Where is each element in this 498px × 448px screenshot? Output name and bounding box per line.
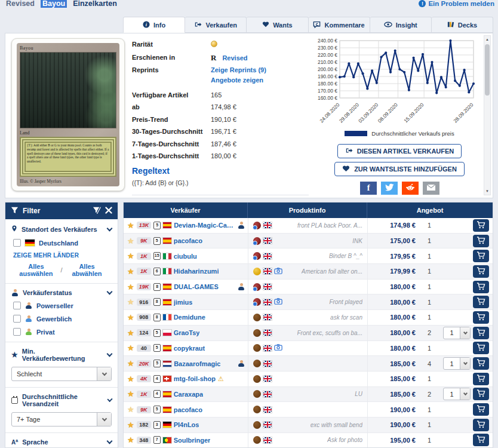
add-to-cart-button[interactable] bbox=[473, 219, 489, 232]
seller-name-link[interactable]: copykraut bbox=[174, 345, 205, 352]
tab-info[interactable]: iInfo bbox=[123, 17, 185, 33]
seller-name-link[interactable]: GraoTsy bbox=[174, 329, 200, 336]
seller-name-link[interactable]: jimius bbox=[174, 299, 193, 306]
set-link[interactable]: Revised bbox=[222, 54, 247, 62]
card-info-panel: Bayou Land {T}: Add either B or G to you… bbox=[5, 33, 493, 198]
status-privat-checkbox[interactable] bbox=[13, 328, 21, 336]
quantity-select[interactable]: 1 bbox=[443, 357, 471, 370]
photo-icon[interactable] bbox=[274, 268, 282, 275]
seller-name-link[interactable]: Demidune bbox=[174, 314, 205, 321]
seller-name-link[interactable]: Bazaarofmagic bbox=[174, 360, 220, 367]
breadcrumb-singles[interactable]: Einzelkarten bbox=[73, 0, 117, 8]
add-to-cart-button[interactable] bbox=[473, 235, 489, 247]
reprints-link-0[interactable]: Zeige Reprints (9) bbox=[211, 66, 266, 73]
product-language-flag-icon bbox=[263, 314, 272, 320]
heart-icon bbox=[262, 21, 269, 29]
country-deutschland-checkbox[interactable] bbox=[13, 239, 21, 247]
status-powerseller-checkbox[interactable] bbox=[13, 302, 21, 309]
add-to-cart-button[interactable] bbox=[473, 281, 489, 293]
panel-scrollbar[interactable]: ▲ ▼ bbox=[484, 35, 491, 195]
sell-icon bbox=[345, 147, 353, 155]
svg-text:200.00 €: 200.00 € bbox=[318, 66, 337, 72]
seller-rating-star-icon: ★ bbox=[127, 360, 134, 367]
add-to-cart-button[interactable] bbox=[473, 327, 489, 339]
add-to-cart-button[interactable] bbox=[473, 342, 489, 354]
rating-select[interactable]: Schlecht bbox=[11, 367, 112, 381]
deselect-all-link[interactable]: Alles abwählen bbox=[67, 263, 107, 277]
add-to-cart-button[interactable] bbox=[473, 265, 489, 278]
offer-price: 185,00 € bbox=[374, 360, 416, 367]
rules-text-heading: Regeltext bbox=[132, 166, 311, 176]
seller-name-link[interactable]: mtg-foil-shop bbox=[174, 375, 216, 382]
product-language-flag-icon bbox=[263, 222, 272, 228]
add-to-cart-button[interactable] bbox=[473, 403, 489, 416]
tab-decks[interactable]: Decks bbox=[432, 17, 493, 33]
seller-country-flag-icon bbox=[163, 299, 171, 305]
filter-section-language: Aa Sprache ✓Englisch bbox=[5, 433, 118, 448]
scroll-down-arrow[interactable]: ▼ bbox=[484, 189, 490, 193]
seller-name-link[interactable]: pacofaco bbox=[174, 406, 202, 413]
seller-name-link[interactable]: Hidaharinzumi bbox=[174, 268, 219, 275]
report-problem-link[interactable]: !Ein Problem melden bbox=[419, 0, 494, 7]
shipping-time-icon: 8 bbox=[153, 314, 161, 321]
tab-wants[interactable]: Wants bbox=[247, 17, 308, 33]
add-to-cart-button[interactable] bbox=[473, 250, 489, 262]
quantity-select[interactable]: 1 bbox=[443, 388, 471, 400]
shipping-time-icon: 4 bbox=[153, 375, 161, 383]
photo-icon[interactable] bbox=[274, 298, 282, 306]
facebook-share-button[interactable]: f bbox=[360, 182, 377, 195]
seller-name-link[interactable]: Soulbringer bbox=[174, 437, 211, 444]
chevron-down-icon[interactable] bbox=[107, 351, 113, 357]
filter-clear-icon[interactable] bbox=[93, 206, 101, 216]
breadcrumb-card[interactable]: Bayou bbox=[41, 0, 67, 8]
email-share-button[interactable] bbox=[423, 182, 439, 195]
tab-insight[interactable]: Insight bbox=[370, 17, 432, 33]
breadcrumb-set[interactable]: Revised bbox=[6, 0, 35, 8]
chevron-down-icon[interactable] bbox=[107, 397, 112, 402]
seller-sales-badge: 4K bbox=[137, 375, 151, 382]
seller-name-link[interactable]: DUAL-GAMES bbox=[174, 283, 219, 290]
seller-name-link[interactable]: Devian-Magic-Cards bbox=[174, 222, 235, 229]
chevron-down-icon[interactable] bbox=[107, 289, 113, 295]
shipping-time-select[interactable]: 7+ Tage bbox=[11, 412, 112, 426]
product-language-flag-icon bbox=[263, 299, 272, 305]
add-to-cart-button[interactable] bbox=[473, 434, 489, 446]
scroll-up-arrow[interactable]: ▲ bbox=[484, 38, 490, 41]
quantity-select[interactable]: 1 bbox=[443, 327, 471, 339]
status-gewerblich-checkbox[interactable] bbox=[13, 315, 21, 323]
scrollbar-thumb[interactable] bbox=[485, 44, 490, 96]
svg-text:28.09.2020: 28.09.2020 bbox=[452, 102, 474, 124]
tab-kommentare[interactable]: Kommentare bbox=[309, 17, 370, 33]
add-to-cart-button[interactable] bbox=[473, 296, 489, 308]
add-to-cart-button[interactable] bbox=[473, 388, 489, 400]
add-to-cart-button[interactable] bbox=[473, 419, 489, 431]
shipping-time-icon: 7 bbox=[153, 436, 161, 444]
photo-icon[interactable] bbox=[274, 344, 282, 352]
add-to-wantslist-button[interactable]: ZUR WANTSLISTE HINZUFÜGEN bbox=[334, 162, 465, 176]
seller-name-link[interactable]: PI4nLos bbox=[174, 421, 199, 428]
reddit-icon bbox=[405, 183, 415, 193]
info-row: Rarität bbox=[132, 41, 311, 49]
sell-article-button[interactable]: DIESEN ARTIKEL VERKAUFEN bbox=[337, 144, 462, 158]
seller-name-link[interactable]: ciubulu bbox=[174, 253, 197, 260]
tab-verkaufen[interactable]: Verkaufen bbox=[185, 17, 247, 33]
offer-row: ★1245GraoTsyFront exc, scuffs on ba...18… bbox=[124, 326, 493, 341]
close-icon[interactable] bbox=[105, 207, 112, 216]
card-type-line: Land bbox=[20, 130, 116, 136]
select-all-link[interactable]: Alles auswählen bbox=[16, 263, 56, 277]
add-to-cart-button[interactable] bbox=[473, 357, 489, 370]
reprints-link-1[interactable]: Angebote zeigen bbox=[211, 76, 263, 84]
offer-row: ★3487SoulbringerAsk for photo195,00 €1 bbox=[124, 433, 493, 448]
show-more-countries-link[interactable]: ZEIGE MEHR LÄNDER bbox=[13, 252, 112, 259]
add-to-cart-button[interactable] bbox=[473, 373, 489, 385]
breadcrumb: Revised Bayou Einzelkarten !Ein Problem … bbox=[6, 0, 494, 10]
column-header-offer: Angebot bbox=[367, 202, 493, 218]
seller-name-link[interactable]: pacofaco bbox=[174, 237, 202, 244]
seller-rating-star-icon: ★ bbox=[127, 390, 134, 398]
twitter-share-button[interactable] bbox=[381, 182, 398, 195]
reddit-share-button[interactable] bbox=[402, 182, 419, 195]
add-to-cart-button[interactable] bbox=[473, 311, 489, 324]
seller-name-link[interactable]: Caraxapa bbox=[174, 391, 204, 398]
chevron-down-icon[interactable] bbox=[107, 438, 113, 444]
chevron-down-icon[interactable] bbox=[107, 225, 113, 231]
